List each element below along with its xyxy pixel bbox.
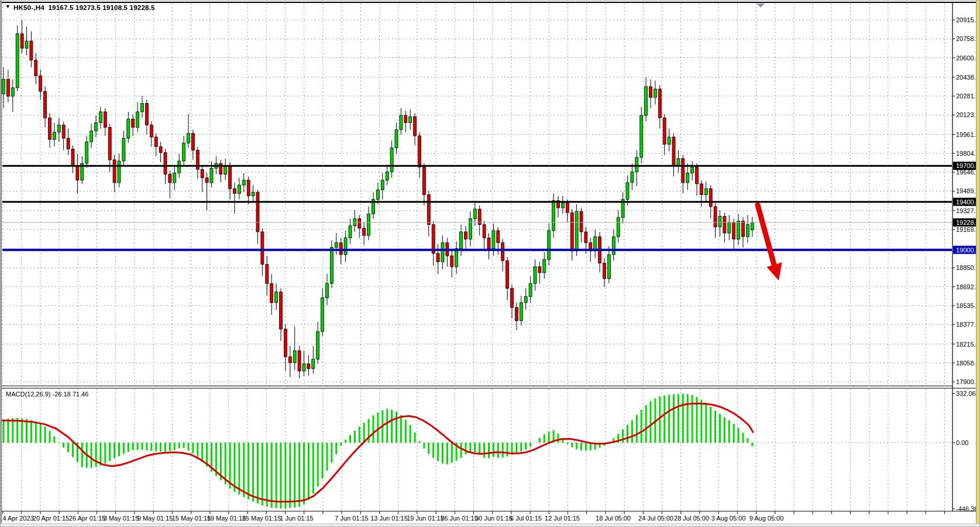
time-axis-label: 20 Apr 01:15 bbox=[33, 515, 69, 522]
time-axis-label: 25 May 01:15 bbox=[242, 515, 281, 522]
time-axis-label: 26 Jun 01:15 bbox=[441, 515, 478, 522]
svg-text:332.06: 332.06 bbox=[956, 390, 976, 397]
macd-indicator-label: MACD(12,26,9) -26.18 71.46 bbox=[6, 391, 88, 398]
chart-window: 20915.520758.020600.520438.520281.020123… bbox=[0, 0, 980, 527]
grid-lines bbox=[2, 4, 952, 511]
window-left-border bbox=[1, 1, 2, 527]
window-right-border[interactable] bbox=[976, 1, 979, 527]
time-axis-label: 7 Jun 01:15 bbox=[335, 515, 369, 522]
time-axis-label: 3 May 01:15 bbox=[104, 515, 139, 522]
time-axis-label: 28 Jul 05:00 bbox=[674, 515, 709, 522]
horizontal-level-lines[interactable] bbox=[2, 166, 952, 250]
time-axis-label: 14 Apr 2023 bbox=[1, 515, 34, 522]
time-axis-label: 12 Jul 01:15 bbox=[545, 515, 580, 522]
time-axis-label: 9 Aug 05:00 bbox=[749, 515, 784, 522]
time-axis-label: 3 Aug 05:00 bbox=[711, 515, 746, 522]
time-axis-label: 19 May 01:15 bbox=[207, 515, 246, 522]
time-axis-label: 1 Jun 01:15 bbox=[280, 515, 314, 522]
chart-shift-marker-icon[interactable] bbox=[757, 4, 765, 8]
time-axis-label: 6 Jul 01:15 bbox=[510, 515, 542, 522]
time-axis-label: 30 Jun 01:15 bbox=[475, 515, 513, 522]
panel-borders bbox=[2, 2, 980, 511]
time-axis-label: 18 Jul 05:00 bbox=[596, 515, 631, 522]
time-axis-label: 19 Jun 01:15 bbox=[407, 515, 444, 522]
trend-arrow-annotation[interactable] bbox=[758, 205, 782, 280]
time-axis-label: 13 Jun 01:15 bbox=[370, 515, 408, 522]
time-axis[interactable]: 14 Apr 202320 Apr 01:1526 Apr 01:153 May… bbox=[1, 511, 945, 522]
chart-dropdown-icon[interactable]: ▼ bbox=[5, 4, 11, 9]
macd-axis[interactable]: 332.060.00-446.36 bbox=[953, 390, 978, 512]
time-axis-label: 26 Apr 01:15 bbox=[69, 515, 105, 522]
svg-text:0.00: 0.00 bbox=[956, 439, 968, 446]
svg-text:-446.36: -446.36 bbox=[956, 505, 978, 512]
time-axis-label: 15 May 01:15 bbox=[172, 515, 211, 522]
time-axis-label: 24 Jul 05:00 bbox=[638, 515, 673, 522]
candlestick-chart-canvas[interactable]: 20915.520758.020600.520438.520281.020123… bbox=[1, 1, 980, 527]
chart-title: HK50-,H4 19167.5 19273.5 19108.5 19228.5 bbox=[13, 4, 155, 11]
window-bottom-border bbox=[1, 523, 980, 527]
time-axis-label: 9 May 01:15 bbox=[137, 515, 173, 522]
window-top-border bbox=[1, 2, 980, 3]
